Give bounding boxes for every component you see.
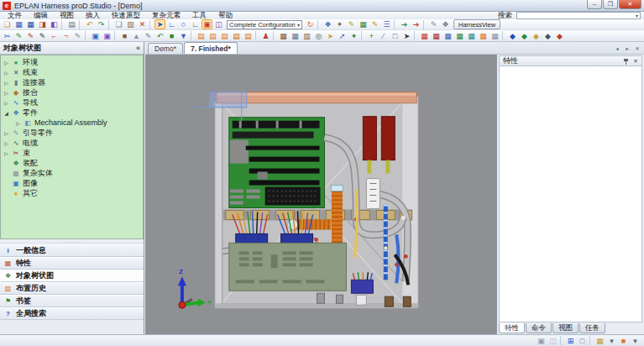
close-button[interactable]: ✕	[619, 0, 641, 9]
tree-item[interactable]: ▷▮连接器	[1, 77, 143, 87]
panel-tab[interactable]: 任务	[579, 323, 605, 333]
3d-viewport[interactable]: Z Y	[145, 55, 496, 334]
walk-axis-icon[interactable]: ∟	[190, 19, 201, 29]
document-tab[interactable]: 7. Finished*	[184, 42, 238, 54]
key-icon[interactable]: ➤	[325, 31, 336, 41]
expander-icon[interactable]: ▷	[3, 130, 9, 136]
route-icon[interactable]: ➔	[399, 19, 410, 29]
figure-blue-icon[interactable]: ◆	[507, 31, 518, 41]
tree-view-icon[interactable]: ✦	[348, 31, 359, 41]
tree-item[interactable]: ▷∿导线	[1, 97, 143, 107]
ghost-view-icon[interactable]: ◫	[213, 19, 224, 29]
nailboard-icon[interactable]: ▤	[196, 31, 207, 41]
figure-red-icon[interactable]: ◆	[554, 31, 565, 41]
nailboard-update-icon[interactable]: ▤	[207, 31, 218, 41]
surface-icon[interactable]: ▲	[131, 31, 142, 41]
menu-item[interactable]: 插入	[80, 12, 106, 19]
annotate-icon[interactable]: ✎	[369, 19, 380, 29]
pen-fine-icon[interactable]: ✎	[72, 31, 83, 41]
check-harness-icon[interactable]: ❖	[322, 19, 333, 29]
expander-icon[interactable]: ▷	[3, 100, 9, 106]
figure-gold-icon[interactable]: ◆	[531, 31, 542, 41]
properties-section[interactable]: ▦特性	[0, 257, 144, 270]
render-disabled-icon[interactable]: ▣	[536, 336, 547, 346]
expander-icon[interactable]: ▷	[15, 120, 21, 126]
tree-item[interactable]: ▷✂束	[1, 148, 143, 158]
menu-item[interactable]: 视图	[54, 12, 80, 19]
view-table-gray-icon[interactable]: ▦	[490, 31, 500, 41]
expander-icon[interactable]: ▷	[3, 60, 9, 66]
undo-icon[interactable]: ↶	[84, 19, 95, 29]
figure-green-icon[interactable]: ◆	[519, 31, 530, 41]
tree-item[interactable]: ●其它	[1, 188, 143, 198]
3d-scene[interactable]: Z Y	[145, 55, 496, 334]
topology-icon[interactable]: ❖	[440, 19, 451, 29]
placement-history-section[interactable]: ▧布置历史	[0, 282, 144, 295]
corner-bend-icon[interactable]: ⌐	[49, 31, 60, 41]
pen-add-icon[interactable]: ✎	[13, 31, 24, 41]
bundle-blue-icon[interactable]: ▣	[90, 31, 101, 41]
add-icon[interactable]: +	[366, 31, 377, 41]
trim-icon[interactable]: ✂	[2, 31, 13, 41]
menu-item[interactable]: 快速原型	[106, 12, 146, 19]
save-icon[interactable]: ▦	[13, 19, 24, 29]
place-point-icon[interactable]: ∟	[166, 19, 177, 29]
pencil-icon[interactable]: ✎	[428, 19, 439, 29]
print-icon[interactable]: ▤	[66, 19, 77, 29]
display-config-arrow-icon[interactable]: ▾	[606, 336, 617, 346]
report-table-icon[interactable]: ▦	[358, 19, 369, 29]
tree-item[interactable]: ❖装配	[1, 158, 143, 168]
view-table-red-icon[interactable]: ▦	[419, 31, 430, 41]
connector-panel[interactable]	[366, 179, 380, 209]
tree-item[interactable]: ▷✕线束	[1, 67, 143, 77]
robot-icon[interactable]: ♟	[260, 31, 271, 41]
tree-item[interactable]: ▷✎引导零件	[1, 128, 143, 138]
configuration-combobox[interactable]: Complete Configuration ▾	[227, 20, 302, 29]
maximize-button[interactable]: ❐	[603, 0, 618, 9]
cube-brown-icon[interactable]: ■	[119, 31, 130, 41]
lock-view-icon[interactable]: ◫	[547, 336, 558, 346]
view-table-blue-icon[interactable]: ▦	[442, 31, 453, 41]
launch-icon[interactable]: ➚	[337, 31, 348, 41]
paste-icon[interactable]: ▥	[125, 19, 136, 29]
harnessview-button[interactable]: HarnessView	[453, 19, 500, 29]
tree-item[interactable]: ▷●环境	[1, 57, 143, 67]
collapse-panel-button[interactable]: «	[136, 45, 140, 52]
line-icon[interactable]: ∕	[378, 31, 389, 41]
menu-item[interactable]: 帮助	[212, 12, 238, 19]
panel-tab[interactable]: 特性	[499, 323, 525, 333]
view-cube-arrow-icon[interactable]: ▾	[630, 336, 641, 346]
zoom-fit-icon[interactable]: ⊞	[565, 336, 576, 346]
object-tree-section[interactable]: ❖对象树状图	[0, 270, 144, 282]
menu-item[interactable]: 编辑	[28, 12, 54, 19]
pen-edit-icon[interactable]: ✎	[37, 31, 48, 41]
close-icon[interactable]: ✕	[633, 58, 638, 65]
cube-green-icon[interactable]: ■	[166, 31, 177, 41]
tree-item[interactable]: ▦复杂实体	[1, 168, 143, 178]
cursor-icon[interactable]: ➤	[401, 31, 412, 41]
expander-icon[interactable]: ◢	[3, 110, 9, 116]
export-icon[interactable]: ◧	[49, 19, 60, 29]
tab-scroll-right-button[interactable]: ▸	[623, 45, 631, 52]
view-cube-icon[interactable]: ■	[618, 336, 629, 346]
tab-close-button[interactable]: ✕	[633, 45, 641, 52]
pencil-slate-icon[interactable]: ✎	[143, 31, 154, 41]
bookmarks-section[interactable]: ⚑书签	[0, 295, 144, 307]
expander-icon[interactable]: ▷	[3, 150, 9, 156]
minimize-button[interactable]: –	[587, 0, 602, 9]
open-project-icon[interactable]: ❏	[2, 19, 13, 29]
panel-tab[interactable]: 命令	[526, 323, 552, 333]
tree-item[interactable]: ▣图像	[1, 178, 143, 188]
manikin-icon[interactable]: ✦	[334, 19, 345, 29]
nailboard-settings-icon[interactable]: ▤	[243, 31, 254, 41]
rect-icon[interactable]: □	[390, 31, 401, 41]
board-book-icon[interactable]: ▥	[301, 31, 312, 41]
general-info-section[interactable]: i一般信息	[0, 244, 144, 257]
magnifier-icon[interactable]: ◎	[313, 31, 324, 41]
clip-view-icon[interactable]: ▣	[202, 19, 212, 29]
tree-item[interactable]: ◢❖零件	[1, 107, 143, 118]
board-icon[interactable]: ▦	[278, 31, 289, 41]
bundle-purple-icon[interactable]: ▣	[102, 31, 113, 41]
motherboard[interactable]	[229, 118, 325, 208]
nailboard-sync-icon[interactable]: ▤	[219, 31, 230, 41]
